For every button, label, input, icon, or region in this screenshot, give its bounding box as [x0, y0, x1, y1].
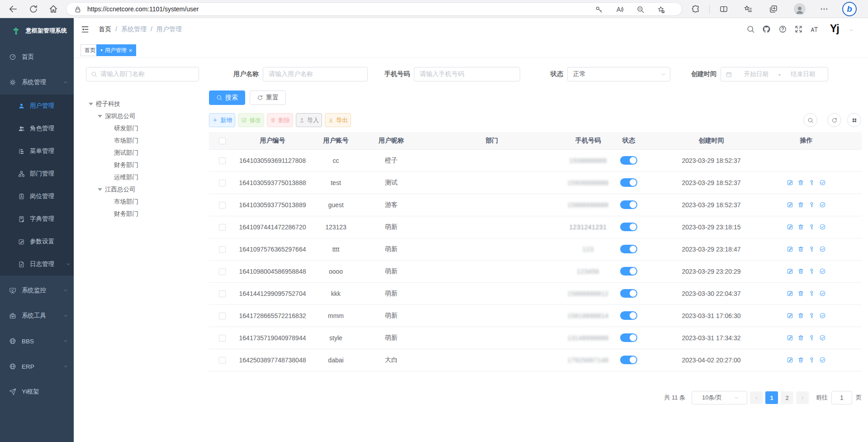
header-search-icon[interactable] — [746, 25, 755, 33]
row-edit-icon[interactable] — [787, 268, 793, 275]
row-reset-password-icon[interactable] — [808, 223, 815, 230]
sidebar-item-menu-mgmt[interactable]: 菜单管理 — [0, 140, 74, 162]
row-delete-icon[interactable] — [797, 246, 804, 252]
row-edit-icon[interactable] — [787, 223, 793, 230]
page-2-button[interactable]: 2 — [781, 391, 793, 404]
tree-node-dept[interactable]: 财务部门 — [86, 208, 201, 220]
row-edit-icon[interactable] — [787, 356, 793, 363]
status-toggle[interactable] — [620, 311, 637, 320]
status-toggle[interactable] — [620, 223, 637, 231]
edit-button[interactable]: 修改 — [238, 113, 264, 127]
row-reset-password-icon[interactable] — [808, 356, 815, 363]
row-checkbox[interactable] — [219, 246, 226, 253]
home-icon[interactable] — [48, 4, 58, 14]
tree-node-dept[interactable]: 市场部门 — [86, 134, 201, 147]
extensions-icon[interactable] — [691, 5, 700, 14]
username-input[interactable]: 请输入用户名称 — [263, 67, 368, 81]
row-reset-password-icon[interactable] — [808, 268, 815, 275]
sidebar-item-system-monitor[interactable]: 系统监控 — [0, 278, 74, 303]
phone-input[interactable]: 请输入手机号码 — [414, 67, 520, 81]
tree-caret-icon[interactable] — [95, 111, 105, 121]
row-reset-password-icon[interactable] — [808, 290, 815, 297]
font-size-icon[interactable] — [810, 25, 819, 33]
url-text[interactable]: https://ccnetcore.com:1101/system/user — [87, 5, 199, 13]
user-avatar[interactable]: Yj — [830, 23, 845, 36]
tree-node-dept[interactable]: 财务部门 — [86, 159, 201, 171]
zoom-out-icon[interactable] — [636, 5, 645, 14]
row-edit-icon[interactable] — [787, 201, 793, 208]
lock-icon[interactable] — [74, 5, 82, 14]
github-icon[interactable] — [762, 25, 771, 33]
row-assign-role-icon[interactable] — [819, 268, 826, 275]
status-toggle[interactable] — [620, 245, 637, 253]
row-assign-role-icon[interactable] — [819, 334, 826, 341]
show-search-toggle-button[interactable] — [803, 113, 817, 127]
row-edit-icon[interactable] — [787, 334, 793, 341]
date-range-input[interactable]: 开始日期 - 结束日期 — [721, 67, 828, 81]
status-toggle[interactable] — [620, 156, 637, 165]
help-icon[interactable] — [778, 25, 787, 33]
browser-menu-dots-icon[interactable] — [820, 5, 829, 14]
sidebar-item-role-mgmt[interactable]: 角色管理 — [0, 117, 74, 140]
status-toggle[interactable] — [620, 200, 637, 209]
column-settings-button[interactable] — [847, 113, 861, 127]
address-bar[interactable]: https://ccnetcore.com:1101/system/user — [66, 2, 682, 16]
row-assign-role-icon[interactable] — [819, 179, 826, 186]
row-delete-icon[interactable] — [797, 268, 804, 275]
search-button[interactable]: 搜索 — [209, 90, 245, 105]
tree-node-company[interactable]: 江西总公司 — [86, 183, 201, 195]
row-checkbox[interactable] — [219, 180, 226, 186]
row-assign-role-icon[interactable] — [819, 201, 826, 208]
row-delete-icon[interactable] — [797, 290, 804, 297]
row-delete-icon[interactable] — [797, 179, 804, 186]
tree-node-dept[interactable]: 市场部门 — [86, 195, 201, 208]
sidebar-item-home[interactable]: 首页 — [0, 44, 74, 70]
back-icon[interactable] — [8, 4, 18, 14]
select-all-checkbox[interactable] — [219, 138, 226, 144]
row-checkbox[interactable] — [219, 202, 226, 209]
row-delete-icon[interactable] — [797, 223, 804, 230]
row-checkbox[interactable] — [219, 313, 226, 319]
row-reset-password-icon[interactable] — [808, 201, 815, 208]
browser-profile-avatar[interactable] — [794, 3, 806, 15]
row-checkbox[interactable] — [219, 357, 226, 364]
tree-caret-icon[interactable] — [95, 185, 105, 195]
status-toggle[interactable] — [620, 333, 637, 342]
split-screen-icon[interactable] — [719, 5, 728, 14]
next-page-button[interactable] — [796, 391, 809, 404]
add-button[interactable]: 新增 — [209, 113, 235, 127]
bing-chat-icon[interactable]: b — [842, 2, 857, 16]
delete-button[interactable]: 删除 — [267, 113, 293, 127]
row-reset-password-icon[interactable] — [808, 246, 815, 252]
row-edit-icon[interactable] — [787, 312, 793, 319]
export-button[interactable]: 导出 — [325, 113, 351, 127]
row-delete-icon[interactable] — [797, 334, 804, 341]
favorites-icon[interactable] — [744, 5, 753, 14]
tree-node-root[interactable]: 橙子科技 — [86, 98, 201, 110]
sidebar-item-param-settings[interactable]: 参数设置 — [0, 230, 74, 253]
tree-node-dept[interactable]: 研发部门 — [86, 122, 201, 134]
sidebar-item-dict-mgmt[interactable]: 字典管理 — [0, 208, 74, 230]
row-checkbox[interactable] — [219, 268, 226, 275]
breadcrumb-system[interactable]: 系统管理 — [121, 25, 147, 33]
row-assign-role-icon[interactable] — [819, 356, 826, 363]
tree-node-dept[interactable]: 测试部门 — [86, 147, 201, 159]
status-toggle[interactable] — [620, 178, 637, 187]
status-toggle[interactable] — [620, 356, 637, 364]
row-delete-icon[interactable] — [797, 201, 804, 208]
status-select[interactable]: 正常 — [567, 67, 670, 81]
row-edit-icon[interactable] — [787, 246, 793, 252]
password-key-icon[interactable] — [595, 5, 603, 14]
collapse-sidebar-icon[interactable] — [81, 25, 90, 34]
row-edit-icon[interactable] — [787, 179, 793, 186]
fullscreen-icon[interactable] — [794, 25, 803, 33]
status-toggle[interactable] — [620, 267, 637, 276]
app-logo[interactable]: 意框架管理系统 — [0, 18, 74, 43]
sidebar-item-dept-mgmt[interactable]: 部门管理 — [0, 162, 74, 185]
row-assign-role-icon[interactable] — [819, 246, 826, 252]
page-size-select[interactable]: 10条/页 — [692, 391, 747, 404]
reset-button[interactable]: 重置 — [250, 90, 286, 105]
row-checkbox[interactable] — [219, 224, 226, 231]
row-assign-role-icon[interactable] — [819, 312, 826, 319]
row-reset-password-icon[interactable] — [808, 312, 815, 319]
